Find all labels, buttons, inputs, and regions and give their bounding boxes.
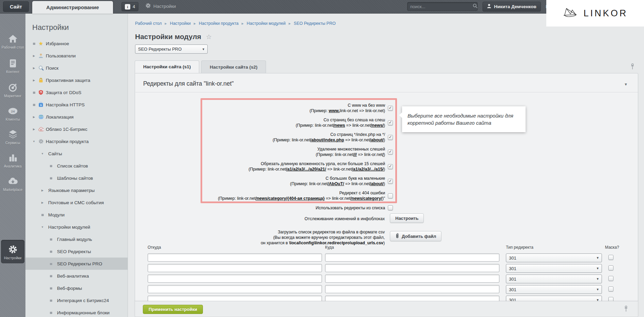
breadcrumb-separator-icon: ▶ <box>194 22 196 25</box>
sidebar-item-module-settings[interactable]: ▼Настройки модулей <box>25 221 128 233</box>
expand-arrow-icon[interactable]: ▶ <box>32 67 36 70</box>
admin-tab[interactable]: Администрирование <box>32 1 113 14</box>
sidebar-item-modules[interactable]: Модули <box>25 209 128 221</box>
collapse-arrow-icon[interactable]: ▼ <box>40 152 44 155</box>
apply-settings-button[interactable]: Применить настройки <box>143 305 203 314</box>
sidebar-item-sites[interactable]: ▼Сайты <box>25 147 128 160</box>
sidebar-item-web-analytics[interactable]: Веб-аналитика <box>25 270 128 282</box>
rail-item-content[interactable]: Контент <box>0 58 25 74</box>
sidebar-item-label: Веб-формы <box>57 286 82 291</box>
collapse-arrow-icon[interactable]: ▼ <box>32 140 36 143</box>
sidebar-item-search[interactable]: ▶Поиск <box>25 62 128 74</box>
sidebar-item-language-params[interactable]: ▶Языковые параметры <box>25 184 128 196</box>
rail-item-label: Сервисы <box>5 141 20 145</box>
rail-item-clients[interactable]: 24 Клиенты <box>0 106 25 121</box>
option-checkbox[interactable] <box>388 193 393 198</box>
option-checkbox[interactable] <box>388 164 393 169</box>
expand-arrow-icon[interactable]: ▶ <box>32 128 36 131</box>
sidebar-item-ddos-protection[interactable]: БЗащита от DDoS <box>25 86 128 99</box>
sidebar-item-localization[interactable]: ▶Локализация <box>25 111 128 123</box>
sidebar-item-site-list[interactable]: Список сайтов <box>25 160 128 172</box>
tab-site-s1[interactable]: Настройки сайта (s1) <box>135 60 199 73</box>
breadcrumb-link[interactable]: Настройки продукта <box>199 21 239 26</box>
redirect-type-select[interactable]: 301 <box>506 264 602 273</box>
gear-gray-icon <box>38 139 44 144</box>
rail-item-settings[interactable]: Настройки <box>1 240 24 263</box>
sidebar-item-site-templates[interactable]: Шаблоны сайтов <box>25 172 128 184</box>
notifications-badge[interactable]: i 4 <box>121 2 138 11</box>
expand-arrow-icon[interactable]: ▶ <box>32 79 36 82</box>
collapse-arrow-icon[interactable]: ▼ <box>40 226 44 229</box>
redirect-to-input[interactable] <box>325 275 499 283</box>
sidebar-item-users[interactable]: ▶Пользователи <box>25 50 128 62</box>
breadcrumb-link[interactable]: Рабочий стол <box>135 21 162 26</box>
redirect-from-input[interactable] <box>148 264 322 272</box>
search-icon[interactable] <box>473 3 478 10</box>
favorite-star-icon[interactable]: ☆ <box>206 33 212 41</box>
bullet-icon <box>40 214 44 216</box>
sidebar-item-https-setup[interactable]: sНастройка HTTPS <box>25 99 128 111</box>
use-list-checkbox[interactable] <box>388 205 393 210</box>
rail-item-analytics[interactable]: Аналитика <box>0 153 25 168</box>
option-checkbox[interactable] <box>388 120 393 125</box>
redirect-type-select[interactable]: 301 <box>506 285 602 294</box>
option-checkbox[interactable] <box>388 179 393 184</box>
sidebar-item-main-module[interactable]: Главный модуль <box>25 233 128 245</box>
pin-icon[interactable] <box>630 63 635 71</box>
sidebar-title: Настройки <box>25 14 128 37</box>
expand-arrow-icon[interactable]: ▶ <box>32 116 36 119</box>
sidebar-item-cloud-1c[interactable]: ▶1CОблако 1С-Битрикс <box>25 123 128 135</box>
topbar-settings-button[interactable]: Настройки <box>145 3 176 10</box>
redirect-type-select[interactable]: 301 <box>506 253 602 262</box>
redirect-to-input[interactable] <box>325 253 499 262</box>
rail-item-desktop[interactable]: Рабочий стол <box>0 34 25 49</box>
sidebar-item-product-settings[interactable]: ▼Настройки продукта <box>25 135 128 147</box>
option-checkbox[interactable] <box>388 135 393 140</box>
option-label: Редирект с 404 ошибки(Пример: link-or.ne… <box>218 190 385 201</box>
gear-icon <box>145 3 151 10</box>
site-button[interactable]: Сайт <box>3 1 29 12</box>
sidebar-item-bitrix24-integration[interactable]: Интеграция с Битрикс24 <box>25 294 128 306</box>
redirect-from-input[interactable] <box>148 275 322 283</box>
redirect-to-input[interactable] <box>325 264 499 272</box>
sidebar-item-web-forms[interactable]: Веб-формы <box>25 282 128 294</box>
configure-button[interactable]: Настроить <box>390 213 424 223</box>
sidebar-item-seo-redirects[interactable]: SEO Редиректы <box>25 245 128 258</box>
module-select[interactable]: SEO Редиректы PRO <box>135 45 208 54</box>
sidebar-item-favorites[interactable]: ★Избранное <box>25 37 128 50</box>
sidebar-list: ★Избранное▶Пользователи▶Поиск▶Проактивна… <box>25 37 128 317</box>
redirect-from-input[interactable] <box>148 285 322 293</box>
redirect-from-input[interactable] <box>148 253 322 262</box>
sidebar-item-label: Главный модуль <box>57 237 92 242</box>
mask-checkbox[interactable] <box>608 255 613 260</box>
option-label: С больших букв на маленькие(Пример: link… <box>290 176 385 187</box>
expand-arrow-icon[interactable]: ▶ <box>40 189 44 192</box>
mask-checkbox[interactable] <box>608 265 613 270</box>
sidebar-item-proactive-protection[interactable]: ▶Проактивная защита <box>25 74 128 86</box>
expand-arrow-icon[interactable]: ▶ <box>40 201 44 204</box>
table-header-mask: Маска? <box>605 245 619 250</box>
search-input[interactable] <box>408 4 473 9</box>
rail-item-services[interactable]: Сервисы <box>0 129 25 145</box>
breadcrumb-link[interactable]: Настройки <box>170 21 191 26</box>
option-checkbox[interactable] <box>388 106 393 111</box>
sidebar-item-label: Облако 1С-Битрикс <box>46 127 88 132</box>
collapse-section-icon[interactable]: ▼ <box>624 82 628 86</box>
breadcrumb-link[interactable]: Настройки модулей <box>247 21 286 26</box>
sidebar-item-mail-sms-events[interactable]: ▶Почтовые и СМС события <box>25 196 128 209</box>
sidebar-item-seo-redirects-pro[interactable]: SEO Редиректы PRO <box>25 258 128 270</box>
redirect-to-input[interactable] <box>325 285 499 293</box>
pin-icon[interactable] <box>624 305 628 314</box>
breadcrumb-link[interactable]: SEO Редиректы PRO <box>294 21 336 26</box>
rail-item-marketing[interactable]: Маркетинг <box>0 83 25 98</box>
option-checkbox[interactable] <box>388 149 393 155</box>
add-file-button[interactable]: Добавить файл <box>390 231 441 241</box>
expand-arrow-icon[interactable]: ▶ <box>32 54 36 57</box>
mask-checkbox[interactable] <box>608 286 613 292</box>
redirect-type-select[interactable]: 301 <box>506 275 602 283</box>
user-menu-button[interactable]: Никита Демченков <box>482 2 541 12</box>
tab-site-s2[interactable]: Настройки сайта (s2) <box>201 60 266 73</box>
mask-checkbox[interactable] <box>608 276 613 281</box>
sidebar-item-info-blocks[interactable]: Информационные блоки <box>25 306 128 317</box>
rail-item-marketplace[interactable]: Marketplace <box>0 176 25 192</box>
